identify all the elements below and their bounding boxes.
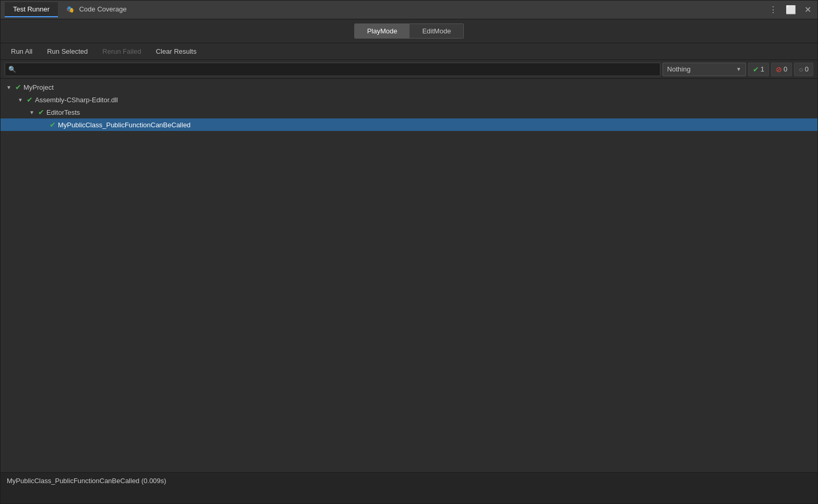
check-editortests: ✔ (38, 108, 44, 116)
label-editortests: EditorTests (46, 109, 80, 116)
maximize-button[interactable]: ⬜ (784, 5, 798, 15)
editmode-button[interactable]: EditMode (410, 24, 463, 38)
tab-test-runner[interactable]: Test Runner (5, 2, 58, 17)
fail-count: 0 (784, 65, 787, 73)
tree-item-assembly[interactable]: ▼ ✔ Assembly-CSharp-Editor.dll (1, 93, 817, 106)
skip-icon: ○ (799, 65, 803, 74)
toggle-test-function (39, 121, 47, 129)
pass-stat-badge: ✔ 1 (748, 63, 769, 76)
filter-dropdown-label: Nothing (667, 65, 733, 73)
filter-bar: 🔍 Nothing ▼ ✔ 1 ⊘ 0 ○ 0 (1, 60, 817, 79)
playmode-button[interactable]: PlayMode (355, 24, 410, 38)
fail-icon: ⊘ (776, 65, 782, 74)
toggle-editortests[interactable]: ▼ (28, 108, 36, 116)
mode-bar: PlayMode EditMode (1, 19, 817, 43)
menu-button[interactable]: ⋮ (767, 5, 779, 15)
toggle-assembly[interactable]: ▼ (16, 95, 25, 104)
status-bar: MyPublicClass_PublicFunctionCanBeCalled … (1, 472, 817, 503)
main-window: Test Runner 🎭 Code Coverage ⋮ ⬜ ✕ PlayMo… (0, 0, 818, 504)
label-assembly: Assembly-CSharp-Editor.dll (35, 96, 118, 104)
clear-results-button[interactable]: Clear Results (150, 45, 203, 57)
filter-dropdown[interactable]: Nothing ▼ (663, 63, 746, 76)
tree-item-myproject[interactable]: ▼ ✔ MyProject (1, 81, 817, 93)
check-assembly: ✔ (27, 95, 33, 104)
label-myproject: MyProject (23, 83, 54, 91)
tab-code-coverage[interactable]: 🎭 Code Coverage (58, 2, 135, 17)
tree-item-test-function[interactable]: ✔ MyPublicClass_PublicFunctionCanBeCalle… (1, 118, 817, 131)
run-all-button[interactable]: Run All (5, 45, 39, 57)
status-text: MyPublicClass_PublicFunctionCanBeCalled … (7, 477, 166, 485)
pass-count: 1 (761, 65, 764, 73)
search-container: 🔍 (5, 63, 660, 76)
check-test-function: ✔ (50, 121, 56, 129)
toggle-myproject[interactable]: ▼ (5, 83, 13, 91)
code-coverage-icon: 🎭 (66, 6, 74, 13)
action-bar: Run All Run Selected Rerun Failed Clear … (1, 43, 817, 60)
search-icon: 🔍 (8, 66, 16, 73)
code-coverage-tab-label: Code Coverage (79, 5, 127, 13)
close-button[interactable]: ✕ (802, 5, 813, 15)
test-tree[interactable]: ▼ ✔ MyProject ▼ ✔ Assembly-CSharp-Editor… (1, 79, 817, 472)
test-runner-tab-label: Test Runner (13, 5, 50, 13)
fail-stat-badge: ⊘ 0 (771, 63, 792, 76)
run-selected-button[interactable]: Run Selected (41, 45, 94, 57)
mode-button-group: PlayMode EditMode (354, 23, 464, 39)
skip-count: 0 (805, 65, 809, 73)
tree-item-editortests[interactable]: ▼ ✔ EditorTests (1, 106, 817, 118)
window-controls: ⋮ ⬜ ✕ (767, 5, 813, 15)
check-myproject: ✔ (15, 83, 21, 91)
rerun-failed-button[interactable]: Rerun Failed (96, 45, 147, 57)
skip-stat-badge: ○ 0 (794, 63, 813, 76)
label-test-function: MyPublicClass_PublicFunctionCanBeCalled (58, 121, 190, 129)
pass-icon: ✔ (753, 65, 759, 74)
title-bar: Test Runner 🎭 Code Coverage ⋮ ⬜ ✕ (1, 1, 817, 19)
search-input[interactable] (18, 65, 657, 73)
chevron-down-icon: ▼ (736, 66, 741, 72)
